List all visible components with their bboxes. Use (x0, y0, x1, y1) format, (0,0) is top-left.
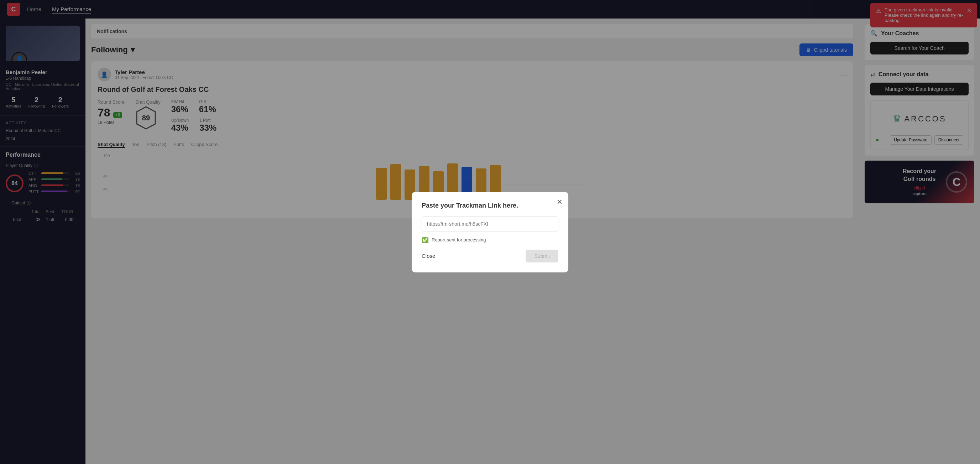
modal-title: Paste your Trackman Link here. (422, 202, 558, 210)
modal-success-message: ✅ Report sent for processing (422, 237, 558, 243)
modal-footer: Close Submit (422, 249, 558, 262)
success-text: Report sent for processing (431, 237, 486, 243)
trackman-link-input[interactable] (422, 216, 558, 232)
modal-close-icon-button[interactable]: ✕ (557, 198, 563, 206)
success-check-icon: ✅ (422, 237, 429, 243)
trackman-modal: Paste your Trackman Link here. ✕ ✅ Repor… (412, 192, 568, 272)
modal-submit-button[interactable]: Submit (526, 249, 558, 262)
modal-close-button[interactable]: Close (422, 253, 435, 259)
modal-overlay[interactable]: Paste your Trackman Link here. ✕ ✅ Repor… (0, 0, 980, 464)
